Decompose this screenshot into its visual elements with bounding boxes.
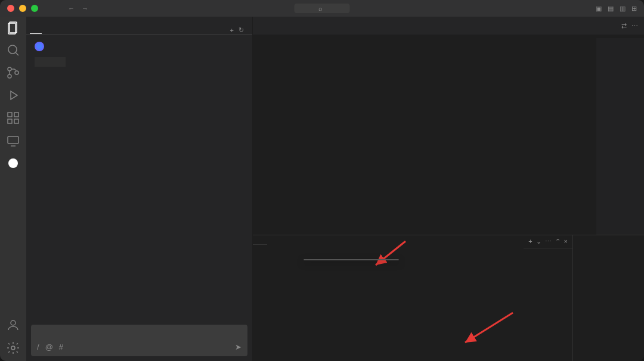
layout-bottom-icon[interactable]: ▤ [608, 5, 614, 13]
history-icon[interactable]: ↻ [239, 26, 244, 34]
mention-icon[interactable]: @ [45, 343, 53, 351]
ai-logo-icon [35, 42, 44, 51]
window-controls [7, 5, 38, 12]
svg-point-14 [11, 320, 16, 325]
nav-forward-icon[interactable]: → [82, 5, 88, 12]
panel-tabs [253, 239, 267, 245]
terminal-context-menu[interactable] [304, 259, 399, 260]
svg-rect-11 [8, 136, 18, 144]
zoom-window[interactable] [31, 5, 38, 12]
search-icon: ⌕ [318, 5, 323, 12]
layout-left-icon[interactable]: ▣ [596, 5, 602, 13]
svg-rect-8 [14, 113, 18, 117]
search-icon[interactable] [6, 43, 20, 57]
source-control-icon[interactable] [6, 66, 20, 80]
debug-icon[interactable] [6, 88, 20, 102]
extensions-icon[interactable] [6, 111, 20, 125]
compare-icon[interactable]: ⇄ [621, 22, 627, 30]
titlebar: ← → ⌕ ▣ ▤ ▥ ⊞ [0, 0, 644, 17]
terminal-list [572, 235, 644, 361]
new-terminal-icon[interactable]: + [528, 238, 532, 245]
chat-input-box[interactable]: / @ # ➤ [31, 325, 247, 356]
close-panel-icon[interactable]: × [564, 238, 568, 245]
layout-right-icon[interactable]: ▥ [620, 5, 626, 13]
context-icon[interactable]: # [59, 343, 63, 351]
remote-icon[interactable] [6, 133, 20, 148]
panel-more-icon[interactable]: ⋯ [545, 238, 552, 245]
minimap[interactable] [596, 38, 644, 235]
editor-group: ⇄ ⋯ + ⌄ ⋯ ⌃ [253, 17, 644, 361]
code-content[interactable] [277, 38, 644, 235]
editor-tabs: ⇄ ⋯ [253, 17, 644, 35]
bottom-panel: + ⌄ ⋯ ⌃ × [253, 235, 644, 361]
account-icon[interactable] [6, 318, 20, 332]
minimize-window[interactable] [19, 5, 26, 12]
svg-point-13 [8, 158, 18, 168]
svg-point-15 [11, 346, 15, 350]
svg-point-2 [8, 45, 17, 54]
ai-chat-panel: + ↻ / @ # ➤ [26, 17, 253, 361]
line-gutter [253, 38, 277, 235]
slash-command-icon[interactable]: / [37, 343, 39, 351]
terminal-dropdown-icon[interactable]: ⌄ [536, 238, 541, 245]
svg-rect-7 [8, 113, 12, 117]
more-icon[interactable]: ⋯ [631, 22, 638, 30]
svg-line-3 [16, 52, 18, 55]
activity-bar [0, 17, 26, 361]
code-editor[interactable] [253, 38, 644, 235]
chat-tab[interactable] [30, 26, 42, 34]
close-window[interactable] [7, 5, 14, 12]
svg-point-4 [8, 67, 11, 71]
maximize-panel-icon[interactable]: ⌃ [555, 238, 561, 245]
nav-back-icon[interactable]: ← [68, 5, 75, 12]
chat-messages [26, 35, 252, 320]
command-center[interactable]: ⌕ [295, 4, 350, 13]
settings-gear-icon[interactable] [6, 341, 20, 355]
panel-title [26, 17, 252, 26]
svg-rect-9 [8, 119, 12, 123]
ai-assistant-icon[interactable] [6, 156, 20, 170]
svg-point-5 [8, 74, 11, 78]
layout-custom-icon[interactable]: ⊞ [631, 5, 637, 13]
new-chat-icon[interactable]: + [230, 27, 234, 34]
terminal-output[interactable] [253, 248, 572, 361]
svg-point-6 [15, 71, 18, 74]
svg-rect-10 [14, 119, 18, 123]
explorer-icon[interactable] [6, 20, 20, 35]
chat-input[interactable] [37, 329, 242, 338]
send-icon[interactable]: ➤ [235, 343, 242, 351]
